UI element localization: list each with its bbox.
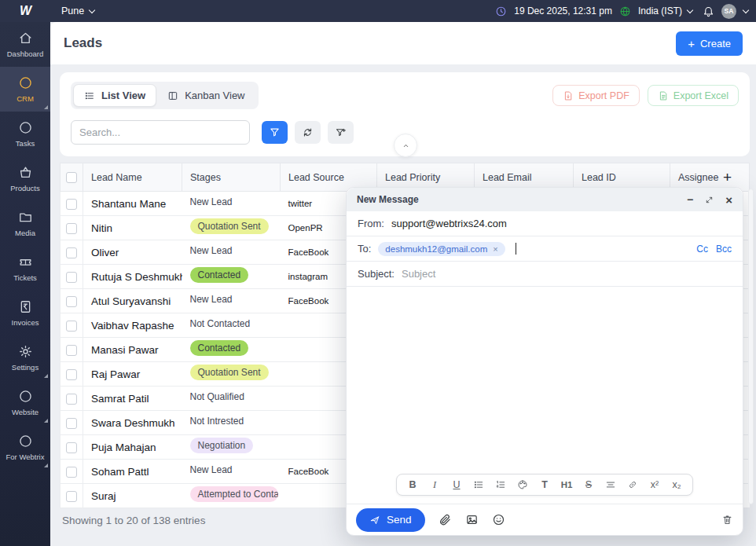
row-checkbox[interactable] xyxy=(66,418,77,429)
row-checkbox[interactable] xyxy=(66,345,77,356)
row-checkbox[interactable] xyxy=(66,199,77,210)
add-filter-button[interactable] xyxy=(328,121,354,144)
lead-name: Samrat Patil xyxy=(83,387,182,411)
row-checkbox[interactable] xyxy=(66,223,77,234)
send-button[interactable]: Send xyxy=(356,508,425,532)
row-checkbox[interactable] xyxy=(66,369,77,380)
export-excel-button[interactable]: Export Excel xyxy=(648,85,739,106)
filter-button[interactable] xyxy=(262,121,288,144)
underline-icon[interactable]: U xyxy=(446,475,468,494)
palette-icon[interactable] xyxy=(512,475,534,494)
chip-remove-icon[interactable]: × xyxy=(493,244,497,254)
align-icon[interactable] xyxy=(600,475,622,494)
subscript-icon[interactable]: x₂ xyxy=(666,475,688,494)
text-caret xyxy=(516,243,516,255)
lead-name: Atul Suryavanshi xyxy=(83,289,182,313)
tab-list-view[interactable]: List View xyxy=(73,84,156,107)
trash-icon xyxy=(721,514,733,526)
select-all-checkbox[interactable] xyxy=(66,172,77,183)
cc-button[interactable]: Cc xyxy=(696,244,708,255)
user-avatar[interactable]: SA xyxy=(721,4,736,19)
stage-badge: Not Intrested xyxy=(190,416,244,427)
stage-badge: Quotation Sent xyxy=(190,218,269,234)
ordered-list-icon[interactable] xyxy=(490,475,512,494)
row-checkbox[interactable] xyxy=(66,491,77,502)
lead-name: Manasi Pawar xyxy=(83,338,182,362)
add-column-button[interactable]: + xyxy=(723,169,732,186)
message-body[interactable] xyxy=(347,287,743,504)
collapse-toolbar-button[interactable] xyxy=(394,134,417,157)
logo-icon: W xyxy=(20,4,31,18)
row-checkbox[interactable] xyxy=(66,296,77,307)
stage-badge: Not Qualified xyxy=(190,391,244,402)
heading-icon[interactable]: H1 xyxy=(556,475,578,494)
location-switcher[interactable]: Pune xyxy=(61,5,94,16)
compose-titlebar[interactable]: New Message − × xyxy=(347,188,743,211)
lead-name: Raj Pawar xyxy=(83,362,182,387)
ticket-icon xyxy=(18,255,33,269)
sidebar-item-products[interactable]: Products xyxy=(0,156,50,201)
clock-icon xyxy=(495,5,507,17)
text-color-icon[interactable]: T xyxy=(534,475,556,494)
sidebar-item-crm[interactable]: CRM xyxy=(0,67,50,112)
subject-input[interactable] xyxy=(402,268,732,280)
attach-file-button[interactable] xyxy=(439,513,452,526)
col-lead-name: Lead Name xyxy=(83,163,182,192)
sidebar-item-tickets[interactable]: Tickets xyxy=(0,246,50,291)
page-header: Leads + Create xyxy=(50,22,756,64)
search-input[interactable] xyxy=(71,120,250,145)
create-button[interactable]: + Create xyxy=(676,31,743,56)
bullet-list-icon[interactable] xyxy=(468,475,490,494)
row-checkbox[interactable] xyxy=(66,321,77,332)
invoice-icon xyxy=(18,299,33,314)
excel-file-icon xyxy=(658,90,669,101)
bcc-button[interactable]: Bcc xyxy=(716,244,732,255)
lead-name: Swara Deshmukh xyxy=(83,411,182,435)
timezone-selector[interactable]: India (IST) xyxy=(638,5,692,16)
notifications-bell-icon[interactable] xyxy=(703,5,714,17)
submenu-indicator-icon xyxy=(44,105,48,109)
sidebar-item-dashboard[interactable]: Dashboard xyxy=(0,22,50,67)
stage-badge: New Lead xyxy=(190,464,233,475)
superscript-icon[interactable]: x² xyxy=(644,475,666,494)
discard-draft-button[interactable] xyxy=(721,514,733,526)
view-tabs: List View Kanban View xyxy=(71,82,259,109)
strikethrough-icon[interactable]: S xyxy=(578,475,600,494)
link-icon[interactable] xyxy=(622,475,644,494)
sidebar-item-website[interactable]: Website xyxy=(0,380,50,425)
subject-label: Subject: xyxy=(358,268,395,280)
stage-badge: Negotiation xyxy=(190,438,254,453)
insert-emoji-button[interactable] xyxy=(492,513,505,526)
sidebar-item-media[interactable]: Media xyxy=(0,201,50,246)
row-checkbox[interactable] xyxy=(66,272,77,283)
sidebar-item-for-webtrix[interactable]: For Webtrix xyxy=(0,425,50,470)
row-checkbox[interactable] xyxy=(66,442,77,453)
insert-image-button[interactable] xyxy=(465,513,479,526)
gear-icon xyxy=(18,344,33,359)
tab-kanban-view[interactable]: Kanban View xyxy=(156,84,255,107)
scrollbar[interactable] xyxy=(748,189,754,504)
sidebar-item-invoices[interactable]: Invoices xyxy=(0,291,50,335)
recipient-chip[interactable]: deshmukh12@gmail.com × xyxy=(378,242,505,256)
funnel-icon xyxy=(269,126,281,138)
export-pdf-button[interactable]: Export PDF xyxy=(552,85,640,106)
app-logo: W xyxy=(0,4,50,18)
home-icon xyxy=(18,31,33,46)
sidebar-item-tasks[interactable]: Tasks xyxy=(0,112,50,156)
bold-icon[interactable]: B xyxy=(402,475,424,494)
image-icon xyxy=(465,513,479,526)
close-icon[interactable]: × xyxy=(725,194,732,206)
row-checkbox[interactable] xyxy=(66,394,77,405)
paper-plane-icon xyxy=(369,515,380,526)
minimize-icon[interactable]: − xyxy=(687,194,693,205)
to-row[interactable]: To: deshmukh12@gmail.com × Cc Bcc xyxy=(347,236,743,262)
row-checkbox[interactable] xyxy=(66,247,77,258)
page-title: Leads xyxy=(64,35,102,51)
row-checkbox[interactable] xyxy=(66,467,77,478)
italic-icon[interactable]: I xyxy=(424,475,446,494)
stage-badge: Not Contacted xyxy=(190,318,251,329)
refresh-button[interactable] xyxy=(295,121,321,144)
expand-icon[interactable] xyxy=(705,196,714,204)
emoji-icon xyxy=(492,513,505,526)
sidebar-item-settings[interactable]: Settings xyxy=(0,335,50,380)
